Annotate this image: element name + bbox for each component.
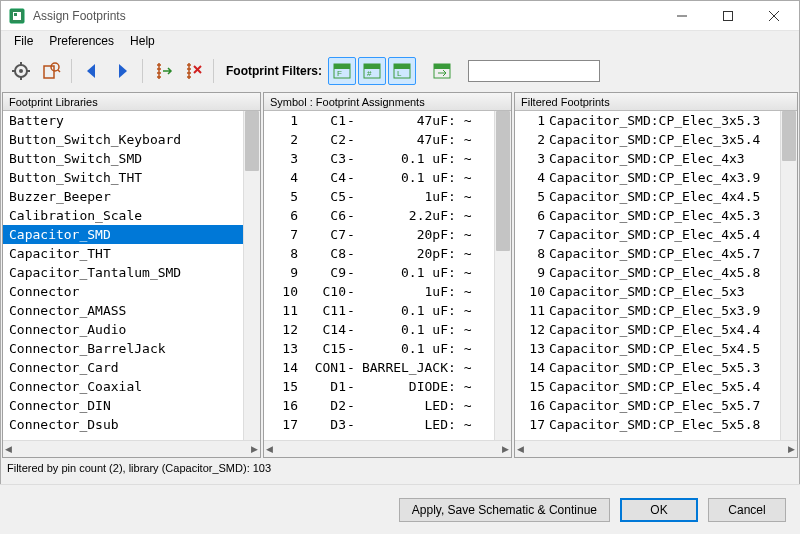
- assignment-row[interactable]: 17D3 -LED : ~: [264, 415, 494, 434]
- library-item[interactable]: Connector_Coaxial: [3, 377, 243, 396]
- library-item[interactable]: Button_Switch_Keyboard: [3, 130, 243, 149]
- library-item[interactable]: Connector_DIN: [3, 396, 243, 415]
- filtered-item[interactable]: 8Capacitor_SMD:CP_Elec_4x5.7: [515, 244, 780, 263]
- assignment-row[interactable]: 7C7 -20pF : ~: [264, 225, 494, 244]
- library-item[interactable]: Buzzer_Beeper: [3, 187, 243, 206]
- svg-rect-4: [724, 11, 733, 20]
- pane-header-libraries: Footprint Libraries: [3, 93, 260, 111]
- filtered-item[interactable]: 16Capacitor_SMD:CP_Elec_5x5.7: [515, 396, 780, 415]
- scrollbar-h[interactable]: ◀▶: [515, 440, 797, 457]
- filtered-item[interactable]: 13Capacitor_SMD:CP_Elec_5x4.5: [515, 339, 780, 358]
- pane-libraries: Footprint Libraries BatteryButton_Switch…: [2, 92, 261, 458]
- menu-help[interactable]: Help: [123, 32, 162, 50]
- apply-button[interactable]: Apply, Save Schematic & Continue: [399, 498, 610, 522]
- assignment-row[interactable]: 3C3 -0.1 uF : ~: [264, 149, 494, 168]
- library-item[interactable]: Capacitor_Tantalum_SMD: [3, 263, 243, 282]
- ok-button[interactable]: OK: [620, 498, 698, 522]
- scrollbar[interactable]: [494, 111, 511, 440]
- library-item[interactable]: Button_Switch_SMD: [3, 149, 243, 168]
- prev-button[interactable]: [78, 57, 106, 85]
- assignment-row[interactable]: 6C6 -2.2uF : ~: [264, 206, 494, 225]
- view-footprint-button[interactable]: [37, 57, 65, 85]
- assignment-row[interactable]: 9C9 -0.1 uF : ~: [264, 263, 494, 282]
- library-item[interactable]: Calibration_Scale: [3, 206, 243, 225]
- filtered-item[interactable]: 1Capacitor_SMD:CP_Elec_3x5.3: [515, 111, 780, 130]
- filter-pincount-button[interactable]: #: [358, 57, 386, 85]
- cancel-button[interactable]: Cancel: [708, 498, 786, 522]
- filtered-item[interactable]: 4Capacitor_SMD:CP_Elec_4x3.9: [515, 168, 780, 187]
- library-item[interactable]: Connector_BarrelJack: [3, 339, 243, 358]
- library-item[interactable]: Connector: [3, 282, 243, 301]
- filtered-item[interactable]: 11Capacitor_SMD:CP_Elec_5x3.9: [515, 301, 780, 320]
- assignment-row[interactable]: 13C15 -0.1 uF : ~: [264, 339, 494, 358]
- panes: Footprint Libraries BatteryButton_Switch…: [1, 91, 799, 459]
- menu-file[interactable]: File: [7, 32, 40, 50]
- filtered-list[interactable]: 1Capacitor_SMD:CP_Elec_3x5.32Capacitor_S…: [515, 111, 797, 440]
- separator: [213, 59, 214, 83]
- minimize-button[interactable]: [659, 1, 705, 31]
- assignment-row[interactable]: 10C10 -1uF : ~: [264, 282, 494, 301]
- assignment-row[interactable]: 15D1 -DIODE : ~: [264, 377, 494, 396]
- assignment-row[interactable]: 14CON1 -BARREL_JACK : ~: [264, 358, 494, 377]
- filtered-item[interactable]: 14Capacitor_SMD:CP_Elec_5x5.3: [515, 358, 780, 377]
- library-item[interactable]: Connector_Dsub: [3, 415, 243, 434]
- filter-keywords-button[interactable]: F: [328, 57, 356, 85]
- svg-point-14: [51, 63, 59, 71]
- svg-text:#: #: [367, 69, 372, 78]
- library-item[interactable]: Connector_Card: [3, 358, 243, 377]
- filtered-item[interactable]: 9Capacitor_SMD:CP_Elec_4x5.8: [515, 263, 780, 282]
- assignment-row[interactable]: 11C11 -0.1 uF : ~: [264, 301, 494, 320]
- filtered-item[interactable]: 7Capacitor_SMD:CP_Elec_4x5.4: [515, 225, 780, 244]
- library-item[interactable]: Capacitor_SMD: [3, 225, 243, 244]
- titlebar: Assign Footprints: [1, 1, 799, 31]
- filter-input[interactable]: [468, 60, 600, 82]
- svg-text:L: L: [397, 69, 402, 78]
- filtered-item[interactable]: 3Capacitor_SMD:CP_Elec_4x3: [515, 149, 780, 168]
- assignments-list[interactable]: 1C1 -47uF : ~2C2 -47uF : ~3C3 -0.1 uF : …: [264, 111, 511, 440]
- filtered-item[interactable]: 5Capacitor_SMD:CP_Elec_4x4.5: [515, 187, 780, 206]
- scrollbar-h[interactable]: ◀▶: [264, 440, 511, 457]
- assignment-row[interactable]: 1C1 -47uF : ~: [264, 111, 494, 130]
- status-bar: Filtered by pin count (2), library (Capa…: [1, 459, 799, 479]
- filters-label: Footprint Filters:: [226, 64, 322, 78]
- library-item[interactable]: Connector_Audio: [3, 320, 243, 339]
- window-title: Assign Footprints: [33, 9, 659, 23]
- delete-assign-button[interactable]: [179, 57, 207, 85]
- assignment-row[interactable]: 2C2 -47uF : ~: [264, 130, 494, 149]
- assignment-row[interactable]: 5C5 -1uF : ~: [264, 187, 494, 206]
- svg-rect-2: [14, 13, 17, 16]
- svg-line-15: [58, 70, 60, 72]
- scrollbar[interactable]: [780, 111, 797, 440]
- svg-rect-27: [434, 64, 450, 69]
- filter-name-button[interactable]: [428, 57, 456, 85]
- svg-text:F: F: [337, 69, 342, 78]
- svg-point-8: [19, 69, 23, 73]
- assignment-row[interactable]: 4C4 -0.1 uF : ~: [264, 168, 494, 187]
- separator: [71, 59, 72, 83]
- filter-library-button[interactable]: L: [388, 57, 416, 85]
- library-item[interactable]: Connector_AMASS: [3, 301, 243, 320]
- settings-button[interactable]: [7, 57, 35, 85]
- separator: [142, 59, 143, 83]
- menu-preferences[interactable]: Preferences: [42, 32, 121, 50]
- assignment-row[interactable]: 8C8 -20pF : ~: [264, 244, 494, 263]
- assignment-row[interactable]: 12C14 -0.1 uF : ~: [264, 320, 494, 339]
- assignment-row[interactable]: 16D2 -LED : ~: [264, 396, 494, 415]
- library-item[interactable]: Capacitor_THT: [3, 244, 243, 263]
- filtered-item[interactable]: 17Capacitor_SMD:CP_Elec_5x5.8: [515, 415, 780, 434]
- close-button[interactable]: [751, 1, 797, 31]
- filtered-item[interactable]: 6Capacitor_SMD:CP_Elec_4x5.3: [515, 206, 780, 225]
- scrollbar-h[interactable]: ◀▶: [3, 440, 260, 457]
- filtered-item[interactable]: 15Capacitor_SMD:CP_Elec_5x5.4: [515, 377, 780, 396]
- filtered-item[interactable]: 10Capacitor_SMD:CP_Elec_5x3: [515, 282, 780, 301]
- maximize-button[interactable]: [705, 1, 751, 31]
- library-item[interactable]: Battery: [3, 111, 243, 130]
- libraries-list[interactable]: BatteryButton_Switch_KeyboardButton_Swit…: [3, 111, 260, 440]
- library-item[interactable]: Button_Switch_THT: [3, 168, 243, 187]
- next-button[interactable]: [108, 57, 136, 85]
- filtered-item[interactable]: 2Capacitor_SMD:CP_Elec_3x5.4: [515, 130, 780, 149]
- auto-assign-button[interactable]: [149, 57, 177, 85]
- scrollbar[interactable]: [243, 111, 260, 440]
- svg-rect-13: [44, 66, 54, 78]
- filtered-item[interactable]: 12Capacitor_SMD:CP_Elec_5x4.4: [515, 320, 780, 339]
